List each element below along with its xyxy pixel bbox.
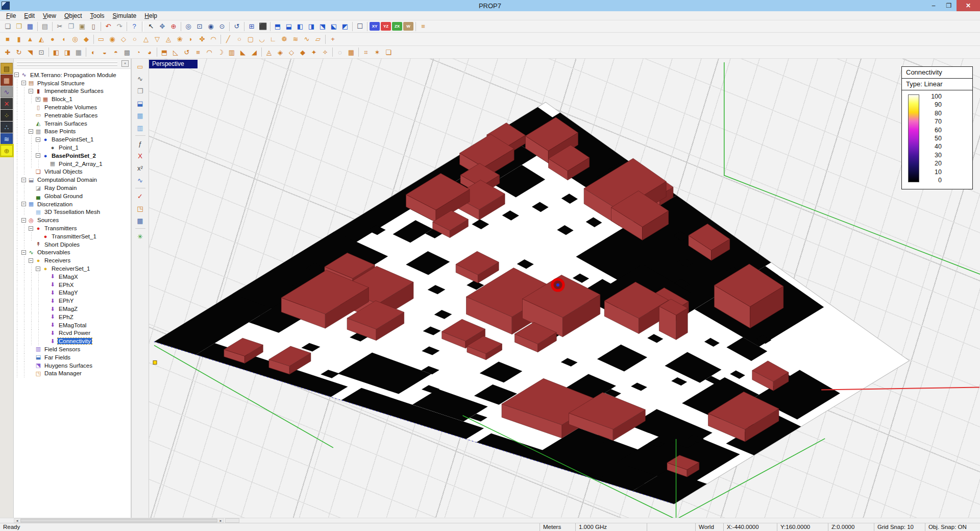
plate-rect-button[interactable]: ▭ [95,34,107,44]
copy-button[interactable]: ❐ [65,21,77,32]
stack-button[interactable]: ≡ [192,47,204,58]
tree-item-emagz[interactable]: ⬇EMagZ [14,305,131,313]
poly-cross-button[interactable]: ✧ [320,47,331,58]
solid-ellipsoid-button[interactable]: ● [47,34,58,44]
menu-file[interactable]: File [2,12,20,20]
plate-triangle-button[interactable]: △ [140,34,152,44]
project-tree-toggle-button[interactable]: ≡ [418,21,429,32]
poly-pentagon-button[interactable]: ◬ [263,47,275,58]
tree-item-point-2-array-1[interactable]: ▦Point_2_Array_1 [14,160,131,168]
bool-crescent-button[interactable]: ☽ [215,47,226,58]
collapse-toggle[interactable]: − [29,226,33,231]
plate-sector-button[interactable]: ◗ [185,34,197,44]
solid-cylinder-button[interactable]: ▮ [13,34,24,44]
tree-item-receiverset-1[interactable]: −●ReceiverSet_1 [14,264,131,273]
variables-x-button[interactable]: X [134,150,146,161]
curve-rounded-rect-button[interactable]: ▢ [245,34,256,44]
tree-item-physical-structure[interactable]: −▤Physical Structure [14,79,131,87]
collapse-toggle[interactable]: − [29,89,33,93]
poly-oct-button[interactable]: ◇ [286,47,297,58]
poly-star-button[interactable]: ✦ [308,47,320,58]
zoom-dynamic-button[interactable]: ◉ [205,21,216,32]
tree-item-huygens-surfaces[interactable]: ⬔Huygens Surfaces [14,361,131,370]
tree-item-ephz[interactable]: ⬇EPhZ [14,313,131,321]
tree-item-penetrable-surfaces[interactable]: ▭Penetrable Surfaces [14,111,131,119]
plate-spiral-button[interactable]: ❀ [174,34,185,44]
module-terrano[interactable]: ∿ [1,86,13,98]
tree-item-short-dipoles[interactable]: ↟Short Dipoles [14,240,131,249]
menu-object[interactable]: Object [60,12,86,20]
tree-item-far-fields[interactable]: ⬓Far Fields [14,353,131,361]
scroll-thumb[interactable] [20,519,217,522]
view-left-button[interactable]: ◧ [295,21,306,32]
zoom-in-button[interactable]: ◎ [183,21,194,32]
view-top-button[interactable]: ◩ [339,21,351,32]
viewport-3d[interactable]: Perspective Connectivity Type: Linear 10… [149,59,980,518]
solid-dome-button[interactable]: ◖ [58,34,69,44]
solid-box-button[interactable]: ■ [2,34,13,44]
panel-grip[interactable] [17,61,117,63]
solid-lens-button[interactable]: ◆ [81,34,92,44]
collapse-toggle[interactable]: − [29,258,33,263]
full-screen-button[interactable]: ⬛ [257,21,268,32]
menu-view[interactable]: View [39,12,60,20]
tree-item-discretization[interactable]: −▦Discretization [14,200,131,208]
bounding-box-button[interactable]: ❏ [383,47,394,58]
menu-simulate[interactable]: Simulate [109,12,141,20]
poly-gem-button[interactable]: ◆ [297,47,308,58]
transform-rotate-button[interactable]: ↻ [13,47,24,58]
collapse-toggle[interactable]: − [21,178,26,182]
validate-check-button[interactable]: ✓ [134,190,146,202]
tree-item-point-1[interactable]: ●Point_1 [14,143,131,152]
measure-ruler-button[interactable]: ⌗ [360,47,372,58]
minimize-button[interactable]: – [926,0,941,11]
select-arrow-button[interactable]: ↖ [145,21,157,32]
module-cad[interactable]: ▤ [1,63,13,74]
pipe-button[interactable]: ▥ [226,47,237,58]
module-structure[interactable]: ▦ [1,75,13,86]
mirror-copy-button[interactable]: ◨ [62,47,73,58]
expand-toggle[interactable]: + [36,97,40,102]
solid-cone-button[interactable]: ▲ [24,34,36,44]
plate-disc-button[interactable]: ◉ [107,34,118,44]
tile-windows-button[interactable]: ⊞ [246,21,257,32]
bool-intersect-button[interactable]: ◓ [110,47,121,58]
solid-pyramid-button[interactable]: ◭ [36,34,47,44]
collapse-toggle[interactable]: − [21,81,26,85]
tree-item-emagx[interactable]: ⬇EMagX [14,273,131,281]
transform-stretch-button[interactable]: ⊡ [36,47,47,58]
transform-scale-button[interactable]: ◥ [24,47,36,58]
collapse-toggle[interactable]: − [36,137,40,142]
module-antenna[interactable]: ∴ [1,122,13,133]
op-quarter-button[interactable]: ◕ [144,47,155,58]
tree-item-data-manager[interactable]: ◳Data Manager [14,369,131,377]
bool-subtract-button[interactable]: ◒ [99,47,110,58]
curve-sine-button[interactable]: ∿ [301,34,312,44]
view-back-button[interactable]: ⬕ [328,21,339,32]
revolve-button[interactable]: ↺ [181,47,192,58]
curve-spiral-button[interactable]: ❁ [279,34,290,44]
plane-xy-button[interactable]: XY [370,22,380,31]
curve-polyline-button[interactable]: ∟ [267,34,279,44]
module-lightning[interactable]: ✕ [1,98,13,109]
plate-flower-button[interactable]: ✤ [197,34,208,44]
help-button[interactable]: ? [129,21,140,32]
tree-item-emagy[interactable]: ⬇EMagY [14,289,131,297]
tree-item-field-sensors[interactable]: ▥Field Sensors [14,345,131,353]
menu-tools[interactable]: Tools [86,12,109,20]
tree-item-3d-tessellation-mesh[interactable]: ▦3D Tessellation Mesh [14,208,131,216]
panel-grip-2[interactable] [17,64,117,66]
curve-sheet-button[interactable]: ▱ [312,34,324,44]
collapse-toggle[interactable]: − [21,202,26,206]
tree-item-base-points[interactable]: −▥Base Points [14,128,131,136]
tree-item-terrain-surfaces[interactable]: ◭Terrain Surfaces [14,119,131,128]
plane-w-button[interactable]: W [403,22,413,31]
cone-cut-button[interactable]: ◣ [237,47,249,58]
tree-item-block-1[interactable]: +▦Block_1 [14,95,131,103]
collapse-toggle[interactable]: − [36,153,40,158]
module-globe[interactable]: ⊕ [1,145,13,156]
view-front-button[interactable]: ⬔ [317,21,328,32]
tree-item-sources[interactable]: −◎Sources [14,216,131,224]
new-file-button[interactable]: ❏ [2,21,13,32]
superscript-x2-button[interactable]: x² [134,162,146,174]
